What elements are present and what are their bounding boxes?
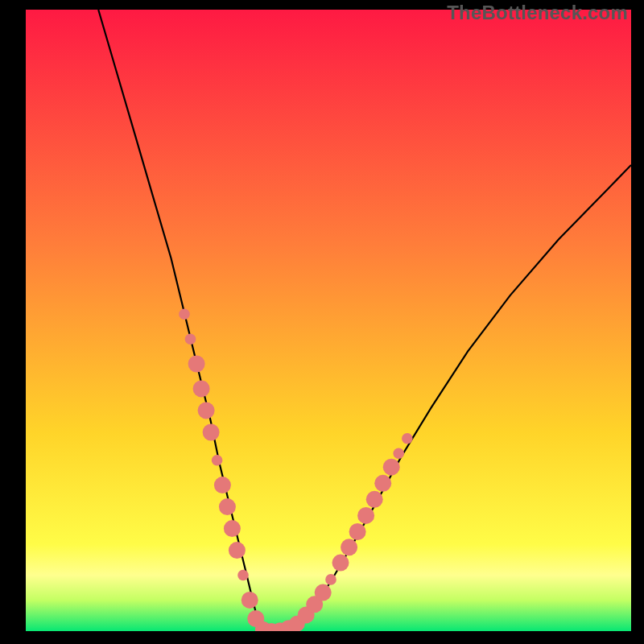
- bead-marker: [374, 475, 391, 492]
- bead-marker: [349, 523, 366, 540]
- bead-marker: [188, 356, 205, 373]
- bead-marker: [203, 424, 220, 441]
- bead-marker: [185, 333, 196, 345]
- bead-marker: [402, 433, 413, 444]
- bead-marker: [229, 542, 246, 559]
- bead-marker: [366, 491, 383, 508]
- watermark-text: TheBottleneck.com: [447, 2, 628, 24]
- bead-marker: [383, 459, 400, 476]
- bead-marker: [198, 402, 215, 419]
- bead-marker: [393, 448, 404, 459]
- bead-marker: [219, 498, 236, 515]
- gradient-bg: [26, 10, 631, 631]
- bead-marker: [341, 539, 357, 555]
- bead-marker: [315, 584, 332, 601]
- bead-marker: [332, 555, 349, 572]
- bead-marker: [325, 574, 336, 585]
- bead-marker: [193, 380, 210, 397]
- bead-marker: [224, 520, 241, 537]
- bead-marker: [357, 507, 374, 524]
- bead-marker: [212, 455, 223, 466]
- chart-svg: [26, 10, 631, 631]
- bead-marker: [242, 592, 258, 609]
- bead-marker: [179, 309, 190, 320]
- bead-marker: [214, 477, 231, 493]
- bead-marker: [237, 570, 249, 581]
- chart-frame: [26, 10, 631, 631]
